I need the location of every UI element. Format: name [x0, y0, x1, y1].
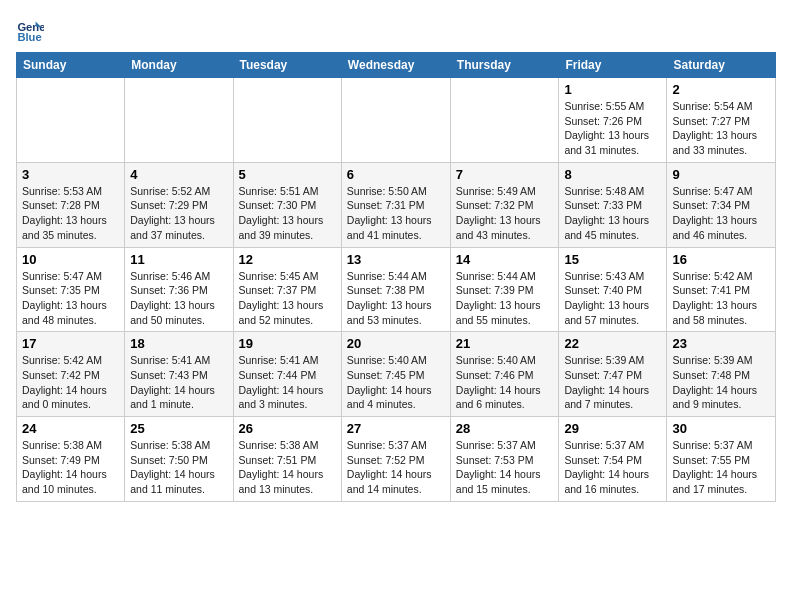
weekday-header: Wednesday — [341, 53, 450, 78]
calendar-cell: 7Sunrise: 5:49 AMSunset: 7:32 PMDaylight… — [450, 162, 559, 247]
day-number: 30 — [672, 421, 770, 436]
day-number: 11 — [130, 252, 227, 267]
day-number: 8 — [564, 167, 661, 182]
day-info: Sunrise: 5:48 AMSunset: 7:33 PMDaylight:… — [564, 184, 661, 243]
day-info: Sunrise: 5:40 AMSunset: 7:46 PMDaylight:… — [456, 353, 554, 412]
day-number: 12 — [239, 252, 336, 267]
calendar-cell: 6Sunrise: 5:50 AMSunset: 7:31 PMDaylight… — [341, 162, 450, 247]
calendar-cell: 30Sunrise: 5:37 AMSunset: 7:55 PMDayligh… — [667, 417, 776, 502]
logo: General Blue — [16, 16, 48, 44]
calendar-cell: 25Sunrise: 5:38 AMSunset: 7:50 PMDayligh… — [125, 417, 233, 502]
calendar-cell: 3Sunrise: 5:53 AMSunset: 7:28 PMDaylight… — [17, 162, 125, 247]
svg-text:Blue: Blue — [17, 31, 41, 43]
day-number: 17 — [22, 336, 119, 351]
logo-icon: General Blue — [16, 16, 44, 44]
day-info: Sunrise: 5:51 AMSunset: 7:30 PMDaylight:… — [239, 184, 336, 243]
day-info: Sunrise: 5:50 AMSunset: 7:31 PMDaylight:… — [347, 184, 445, 243]
weekday-header: Saturday — [667, 53, 776, 78]
day-info: Sunrise: 5:44 AMSunset: 7:39 PMDaylight:… — [456, 269, 554, 328]
calendar-cell: 8Sunrise: 5:48 AMSunset: 7:33 PMDaylight… — [559, 162, 667, 247]
day-info: Sunrise: 5:41 AMSunset: 7:43 PMDaylight:… — [130, 353, 227, 412]
day-number: 24 — [22, 421, 119, 436]
day-number: 6 — [347, 167, 445, 182]
calendar-cell: 13Sunrise: 5:44 AMSunset: 7:38 PMDayligh… — [341, 247, 450, 332]
day-info: Sunrise: 5:39 AMSunset: 7:48 PMDaylight:… — [672, 353, 770, 412]
calendar-week-row: 3Sunrise: 5:53 AMSunset: 7:28 PMDaylight… — [17, 162, 776, 247]
day-number: 18 — [130, 336, 227, 351]
day-number: 13 — [347, 252, 445, 267]
calendar-cell: 16Sunrise: 5:42 AMSunset: 7:41 PMDayligh… — [667, 247, 776, 332]
calendar-cell — [125, 78, 233, 163]
calendar-cell: 20Sunrise: 5:40 AMSunset: 7:45 PMDayligh… — [341, 332, 450, 417]
calendar-week-row: 24Sunrise: 5:38 AMSunset: 7:49 PMDayligh… — [17, 417, 776, 502]
calendar-cell — [17, 78, 125, 163]
day-info: Sunrise: 5:39 AMSunset: 7:47 PMDaylight:… — [564, 353, 661, 412]
calendar-cell: 23Sunrise: 5:39 AMSunset: 7:48 PMDayligh… — [667, 332, 776, 417]
calendar-cell: 10Sunrise: 5:47 AMSunset: 7:35 PMDayligh… — [17, 247, 125, 332]
day-info: Sunrise: 5:42 AMSunset: 7:42 PMDaylight:… — [22, 353, 119, 412]
day-info: Sunrise: 5:40 AMSunset: 7:45 PMDaylight:… — [347, 353, 445, 412]
day-info: Sunrise: 5:37 AMSunset: 7:52 PMDaylight:… — [347, 438, 445, 497]
day-info: Sunrise: 5:44 AMSunset: 7:38 PMDaylight:… — [347, 269, 445, 328]
calendar-cell: 1Sunrise: 5:55 AMSunset: 7:26 PMDaylight… — [559, 78, 667, 163]
day-info: Sunrise: 5:41 AMSunset: 7:44 PMDaylight:… — [239, 353, 336, 412]
day-info: Sunrise: 5:47 AMSunset: 7:35 PMDaylight:… — [22, 269, 119, 328]
day-info: Sunrise: 5:45 AMSunset: 7:37 PMDaylight:… — [239, 269, 336, 328]
day-number: 27 — [347, 421, 445, 436]
day-number: 15 — [564, 252, 661, 267]
day-number: 9 — [672, 167, 770, 182]
calendar-cell — [233, 78, 341, 163]
day-info: Sunrise: 5:52 AMSunset: 7:29 PMDaylight:… — [130, 184, 227, 243]
calendar-cell — [450, 78, 559, 163]
calendar-cell: 18Sunrise: 5:41 AMSunset: 7:43 PMDayligh… — [125, 332, 233, 417]
calendar-cell: 17Sunrise: 5:42 AMSunset: 7:42 PMDayligh… — [17, 332, 125, 417]
day-number: 7 — [456, 167, 554, 182]
calendar-cell: 19Sunrise: 5:41 AMSunset: 7:44 PMDayligh… — [233, 332, 341, 417]
day-number: 26 — [239, 421, 336, 436]
calendar-cell: 26Sunrise: 5:38 AMSunset: 7:51 PMDayligh… — [233, 417, 341, 502]
calendar-cell: 9Sunrise: 5:47 AMSunset: 7:34 PMDaylight… — [667, 162, 776, 247]
day-number: 28 — [456, 421, 554, 436]
day-number: 4 — [130, 167, 227, 182]
day-info: Sunrise: 5:37 AMSunset: 7:54 PMDaylight:… — [564, 438, 661, 497]
day-number: 3 — [22, 167, 119, 182]
calendar-cell: 29Sunrise: 5:37 AMSunset: 7:54 PMDayligh… — [559, 417, 667, 502]
day-number: 29 — [564, 421, 661, 436]
weekday-header: Monday — [125, 53, 233, 78]
day-number: 21 — [456, 336, 554, 351]
day-info: Sunrise: 5:46 AMSunset: 7:36 PMDaylight:… — [130, 269, 227, 328]
day-number: 10 — [22, 252, 119, 267]
day-info: Sunrise: 5:38 AMSunset: 7:50 PMDaylight:… — [130, 438, 227, 497]
day-number: 1 — [564, 82, 661, 97]
day-info: Sunrise: 5:54 AMSunset: 7:27 PMDaylight:… — [672, 99, 770, 158]
day-info: Sunrise: 5:49 AMSunset: 7:32 PMDaylight:… — [456, 184, 554, 243]
day-number: 23 — [672, 336, 770, 351]
calendar-week-row: 1Sunrise: 5:55 AMSunset: 7:26 PMDaylight… — [17, 78, 776, 163]
calendar-cell: 11Sunrise: 5:46 AMSunset: 7:36 PMDayligh… — [125, 247, 233, 332]
calendar-cell: 4Sunrise: 5:52 AMSunset: 7:29 PMDaylight… — [125, 162, 233, 247]
weekday-header: Thursday — [450, 53, 559, 78]
calendar-table: SundayMondayTuesdayWednesdayThursdayFrid… — [16, 52, 776, 502]
calendar-week-row: 17Sunrise: 5:42 AMSunset: 7:42 PMDayligh… — [17, 332, 776, 417]
calendar-cell: 5Sunrise: 5:51 AMSunset: 7:30 PMDaylight… — [233, 162, 341, 247]
weekday-header: Tuesday — [233, 53, 341, 78]
day-number: 16 — [672, 252, 770, 267]
day-info: Sunrise: 5:53 AMSunset: 7:28 PMDaylight:… — [22, 184, 119, 243]
day-info: Sunrise: 5:38 AMSunset: 7:51 PMDaylight:… — [239, 438, 336, 497]
day-info: Sunrise: 5:43 AMSunset: 7:40 PMDaylight:… — [564, 269, 661, 328]
day-number: 2 — [672, 82, 770, 97]
day-info: Sunrise: 5:47 AMSunset: 7:34 PMDaylight:… — [672, 184, 770, 243]
calendar-cell: 15Sunrise: 5:43 AMSunset: 7:40 PMDayligh… — [559, 247, 667, 332]
calendar-cell: 14Sunrise: 5:44 AMSunset: 7:39 PMDayligh… — [450, 247, 559, 332]
weekday-header: Sunday — [17, 53, 125, 78]
calendar-cell — [341, 78, 450, 163]
day-info: Sunrise: 5:55 AMSunset: 7:26 PMDaylight:… — [564, 99, 661, 158]
day-number: 5 — [239, 167, 336, 182]
day-number: 19 — [239, 336, 336, 351]
calendar-cell: 24Sunrise: 5:38 AMSunset: 7:49 PMDayligh… — [17, 417, 125, 502]
calendar-cell: 27Sunrise: 5:37 AMSunset: 7:52 PMDayligh… — [341, 417, 450, 502]
day-number: 25 — [130, 421, 227, 436]
day-number: 14 — [456, 252, 554, 267]
day-info: Sunrise: 5:42 AMSunset: 7:41 PMDaylight:… — [672, 269, 770, 328]
page-header: General Blue — [16, 16, 776, 44]
